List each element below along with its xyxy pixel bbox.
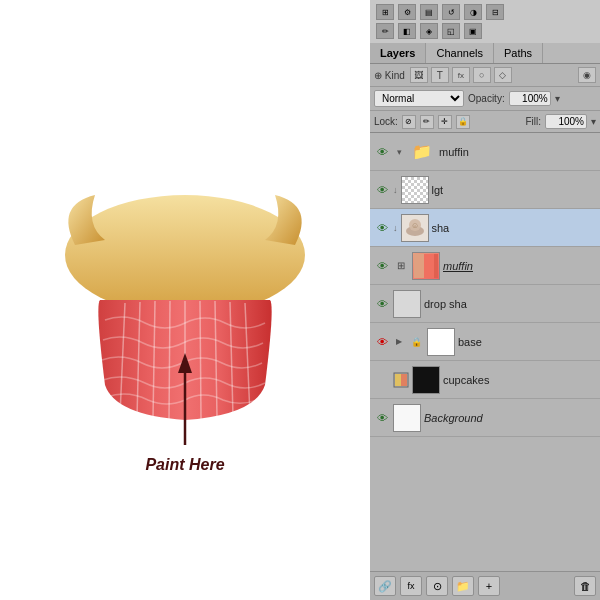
clip-icon-sha: ↓ bbox=[393, 223, 398, 233]
toolbar-icon-zoom[interactable]: ▣ bbox=[464, 23, 482, 39]
svg-rect-21 bbox=[401, 374, 407, 386]
fill-label: Fill: bbox=[525, 116, 541, 127]
layer-thumb-lgt bbox=[401, 176, 429, 204]
filter-toggle[interactable]: ◉ bbox=[578, 67, 596, 83]
expand-base[interactable]: ▶ bbox=[393, 336, 405, 348]
eye-icon-muffin-ref[interactable]: 👁 bbox=[374, 258, 390, 274]
filter-btn-text[interactable]: T bbox=[431, 67, 449, 83]
tab-layers[interactable]: Layers bbox=[370, 43, 426, 63]
eye-icon-drop-sha[interactable]: 👁 bbox=[374, 296, 390, 312]
cupcake-illustration: Paint Here bbox=[45, 125, 325, 475]
filter-btn-image[interactable]: 🖼 bbox=[410, 67, 428, 83]
toolbar-icon-colors[interactable]: ◑ bbox=[464, 4, 482, 20]
panel-tabs: Layers Channels Paths bbox=[370, 43, 600, 64]
opacity-input[interactable] bbox=[509, 91, 551, 106]
lock-all-icon[interactable]: 🔒 bbox=[456, 115, 470, 129]
svg-rect-16 bbox=[414, 254, 424, 278]
bottom-btn-fx[interactable]: fx bbox=[400, 576, 422, 596]
toolbar-icon-history[interactable]: ↺ bbox=[442, 4, 460, 20]
bottom-btn-mask[interactable]: ⊙ bbox=[426, 576, 448, 596]
eye-icon-cupcakes[interactable]: 👁 bbox=[374, 372, 390, 388]
lock-transparent-icon[interactable]: ⊘ bbox=[402, 115, 416, 129]
opacity-label: Opacity: bbox=[468, 93, 505, 104]
layer-thumb-background bbox=[393, 404, 421, 432]
layer-type-muffin-ref: ⊞ bbox=[393, 258, 409, 274]
svg-rect-17 bbox=[424, 254, 434, 278]
toolbar-icon-grid2[interactable]: ⊟ bbox=[486, 4, 504, 20]
eye-icon-background[interactable]: 👁 bbox=[374, 410, 390, 426]
tab-channels[interactable]: Channels bbox=[426, 43, 493, 63]
toolbar-icon-eraser[interactable]: ◧ bbox=[398, 23, 416, 39]
layer-row-base[interactable]: 👁 ▶ 🔒 base bbox=[370, 323, 600, 361]
svg-line-4 bbox=[169, 301, 170, 419]
toolbar-icon-tools[interactable]: ⚙ bbox=[398, 4, 416, 20]
layer-thumb-sha: ☺ bbox=[401, 214, 429, 242]
bottom-btn-delete[interactable]: 🗑 bbox=[574, 576, 596, 596]
fill-input[interactable] bbox=[545, 114, 587, 129]
layer-row-sha[interactable]: 👁 ↓ ☺ sha bbox=[370, 209, 600, 247]
canvas-area: Paint Here bbox=[0, 0, 370, 600]
layer-thumb-muffin-group: 📁 bbox=[408, 138, 436, 166]
layer-row-muffin-group[interactable]: 👁 ▾ 📁 muffin bbox=[370, 133, 600, 171]
layer-row-muffin-ref[interactable]: 👁 ⊞ muffin bbox=[370, 247, 600, 285]
layer-thumb-cupcakes bbox=[412, 366, 440, 394]
toolbar-icon-layers[interactable]: ▤ bbox=[420, 4, 438, 20]
opacity-arrow: ▾ bbox=[555, 93, 560, 104]
toolbar-icon-eyedrop[interactable]: ◈ bbox=[420, 23, 438, 39]
layer-name-base: base bbox=[458, 336, 596, 348]
lock-fill-row: Lock: ⊘ ✏ ✛ 🔒 Fill: ▾ bbox=[370, 111, 600, 133]
toolbar-icon-crop[interactable]: ◱ bbox=[442, 23, 460, 39]
eye-icon-base[interactable]: 👁 bbox=[374, 334, 390, 350]
toolbar-icon-grid[interactable]: ⊞ bbox=[376, 4, 394, 20]
svg-text:☺: ☺ bbox=[410, 221, 418, 230]
expand-muffin-group[interactable]: ▾ bbox=[393, 146, 405, 158]
bottom-btn-new[interactable]: + bbox=[478, 576, 500, 596]
filter-label: ⊕ Kind bbox=[374, 70, 405, 81]
svg-rect-20 bbox=[395, 374, 401, 386]
layers-panel: ⊞ ⚙ ▤ ↺ ◑ ⊟ ✏ ◧ ◈ ◱ ▣ Layers Channels Pa… bbox=[370, 0, 600, 600]
top-toolbar: ⊞ ⚙ ▤ ↺ ◑ ⊟ ✏ ◧ ◈ ◱ ▣ bbox=[370, 0, 600, 43]
lock-move-icon[interactable]: ✛ bbox=[438, 115, 452, 129]
svg-point-0 bbox=[65, 195, 305, 315]
panel-bottom-toolbar: 🔗 fx ⊙ 📁 + 🗑 bbox=[370, 571, 600, 600]
lock-brush-icon[interactable]: ✏ bbox=[420, 115, 434, 129]
lock-label: Lock: bbox=[374, 116, 398, 127]
filter-row: ⊕ Kind 🖼 T fx ○ ◇ ◉ bbox=[370, 64, 600, 87]
layer-row-drop-sha[interactable]: 👁 drop sha bbox=[370, 285, 600, 323]
eye-icon-sha[interactable]: 👁 bbox=[374, 220, 390, 236]
layer-name-drop-sha: drop sha bbox=[424, 298, 596, 310]
layer-name-background: Background bbox=[424, 412, 596, 424]
layers-list: 👁 ▾ 📁 muffin 👁 ↓ lgt 👁 ↓ ☺ sha bbox=[370, 133, 600, 571]
svg-rect-18 bbox=[434, 254, 438, 278]
layer-name-cupcakes: cupcakes bbox=[443, 374, 596, 386]
filter-btn-shape[interactable]: ◇ bbox=[494, 67, 512, 83]
layer-row-cupcakes[interactable]: 👁 cupcakes bbox=[370, 361, 600, 399]
filter-btn-fx[interactable]: fx bbox=[452, 67, 470, 83]
layer-name-sha: sha bbox=[432, 222, 597, 234]
layer-type-base: 🔒 bbox=[408, 334, 424, 350]
fill-arrow: ▾ bbox=[591, 116, 596, 127]
layer-row-background[interactable]: 👁 Background bbox=[370, 399, 600, 437]
toolbar-icon-brush[interactable]: ✏ bbox=[376, 23, 394, 39]
tab-paths[interactable]: Paths bbox=[494, 43, 543, 63]
eye-icon-lgt[interactable]: 👁 bbox=[374, 182, 390, 198]
blend-mode-select[interactable]: Normal Multiply Screen Overlay bbox=[374, 90, 464, 107]
bottom-btn-link[interactable]: 🔗 bbox=[374, 576, 396, 596]
layer-name-muffin-ref: muffin bbox=[443, 260, 596, 272]
toolbar-row-1: ⊞ ⚙ ▤ ↺ ◑ ⊟ bbox=[376, 4, 594, 20]
layer-type-cupcakes bbox=[393, 372, 409, 388]
blend-opacity-row: Normal Multiply Screen Overlay Opacity: … bbox=[370, 87, 600, 111]
layer-thumb-drop-sha bbox=[393, 290, 421, 318]
filter-btn-pixel[interactable]: ○ bbox=[473, 67, 491, 83]
eye-icon-muffin-group[interactable]: 👁 bbox=[374, 144, 390, 160]
paint-here-label: Paint Here bbox=[145, 456, 224, 473]
layer-thumb-muffin-ref bbox=[412, 252, 440, 280]
layer-thumb-base bbox=[427, 328, 455, 356]
clip-icon-lgt: ↓ bbox=[393, 185, 398, 195]
cupcake-svg: Paint Here bbox=[45, 125, 325, 475]
layer-name-muffin-group: muffin bbox=[439, 146, 596, 158]
layer-row-lgt[interactable]: 👁 ↓ lgt bbox=[370, 171, 600, 209]
toolbar-row-2: ✏ ◧ ◈ ◱ ▣ bbox=[376, 23, 594, 39]
bottom-btn-group[interactable]: 📁 bbox=[452, 576, 474, 596]
layer-name-lgt: lgt bbox=[432, 184, 597, 196]
